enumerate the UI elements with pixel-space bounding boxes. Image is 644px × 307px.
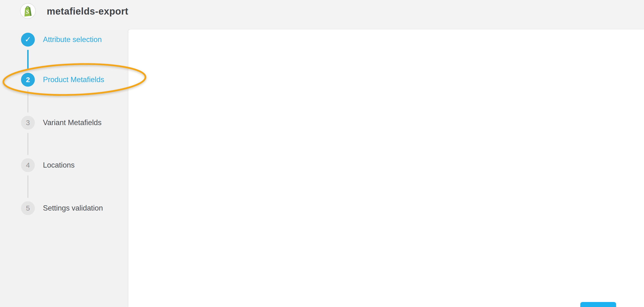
svg-text:S: S <box>26 9 29 15</box>
step-1-label[interactable]: Attribute selection <box>43 33 102 47</box>
step-5-indicator[interactable]: 5 <box>21 201 35 215</box>
step-4-number: 4 <box>26 161 30 169</box>
app-root: S metafields-export ✓ Attribute selectio… <box>0 0 644 307</box>
step-5-number: 5 <box>26 204 30 212</box>
step-2-number: 2 <box>26 76 30 84</box>
step-3-label[interactable]: Variant Metafields <box>43 116 102 130</box>
step-connector-line <box>28 175 28 198</box>
step-3-number: 3 <box>26 119 30 127</box>
step-2-indicator[interactable]: 2 <box>21 73 35 87</box>
content-card <box>128 29 644 307</box>
step-5-label[interactable]: Settings validation <box>43 201 103 215</box>
next-button-partial[interactable] <box>580 302 616 307</box>
step-4-indicator[interactable]: 4 <box>21 158 35 172</box>
app-title: metafields-export <box>47 0 128 23</box>
check-icon: ✓ <box>25 35 31 44</box>
step-1-indicator[interactable]: ✓ <box>21 33 35 47</box>
step-connector-line <box>28 90 28 112</box>
app-header: S metafields-export <box>0 0 644 29</box>
wizard-stepper: ✓ Attribute selection 2 Product Metafiel… <box>0 29 128 307</box>
step-2-label[interactable]: Product Metafields <box>43 73 104 87</box>
step-connector-line <box>27 50 28 70</box>
shopify-logo-icon: S <box>20 3 36 19</box>
step-connector-line <box>28 133 28 155</box>
step-3-indicator[interactable]: 3 <box>21 116 35 130</box>
step-4-label[interactable]: Locations <box>43 158 75 172</box>
